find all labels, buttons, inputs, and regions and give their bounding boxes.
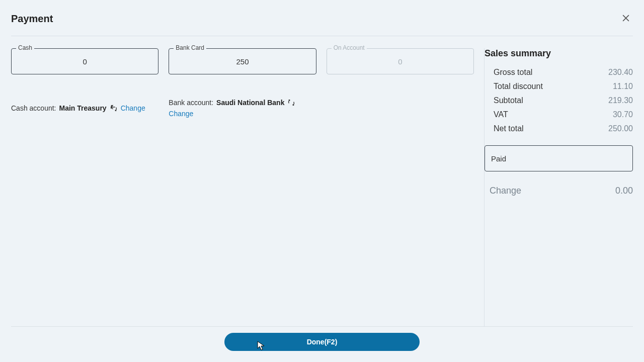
- vat-row: VAT 30.70: [494, 110, 633, 119]
- account-spacer: [327, 99, 474, 118]
- paid-box[interactable]: Paid: [485, 145, 633, 171]
- gross-total-row: Gross total 230.40: [494, 68, 633, 77]
- total-discount-row: Total discount 11.10: [494, 82, 633, 91]
- cash-account-change-link[interactable]: Change: [121, 104, 145, 112]
- bank-card-field-wrap: Bank Card: [169, 48, 316, 74]
- done-button[interactable]: Done(F2): [224, 333, 420, 351]
- total-discount-label: Total discount: [494, 82, 543, 91]
- bank-card-input[interactable]: [169, 48, 316, 74]
- gross-total-value: 230.40: [608, 68, 633, 77]
- total-discount-value: 11.10: [613, 82, 633, 91]
- change-label: Change: [490, 186, 521, 196]
- close-button[interactable]: [619, 11, 633, 27]
- bank-card-label: Bank Card: [174, 44, 206, 51]
- bank-account-name: Saudi National Bank: [216, 99, 284, 107]
- swap-icon: [287, 99, 295, 107]
- payment-left-column: Cash Bank Card On Account Cash account: …: [11, 48, 474, 326]
- vat-value: 30.70: [613, 110, 633, 119]
- sales-summary-panel: Sales summary Gross total 230.40 Total d…: [484, 48, 633, 326]
- cash-account-label: Cash account:: [11, 104, 56, 112]
- change-value: 0.00: [615, 186, 633, 196]
- net-total-row: Net total 250.00: [494, 124, 633, 133]
- subtotal-label: Subtotal: [494, 96, 523, 105]
- change-row: Change 0.00: [485, 186, 633, 196]
- paid-label: Paid: [491, 154, 506, 163]
- swap-icon: [110, 104, 118, 112]
- summary-rows: Gross total 230.40 Total discount 11.10 …: [485, 68, 633, 133]
- modal-footer: Done(F2): [11, 326, 633, 351]
- net-total-value: 250.00: [608, 124, 633, 133]
- bank-account-change-link[interactable]: Change: [169, 110, 193, 118]
- sales-summary-title: Sales summary: [485, 48, 633, 59]
- subtotal-row: Subtotal 219.30: [494, 96, 633, 105]
- close-icon: [621, 13, 631, 25]
- vat-label: VAT: [494, 110, 508, 119]
- accounts-row: Cash account: Main Treasury Change: [11, 99, 474, 118]
- cash-label: Cash: [16, 44, 34, 51]
- cash-account-cell: Cash account: Main Treasury Change: [11, 99, 158, 118]
- on-account-input: [327, 48, 474, 74]
- net-total-label: Net total: [494, 124, 524, 133]
- modal-body: Cash Bank Card On Account Cash account: …: [11, 36, 633, 326]
- bank-account-cell: Bank account: Saudi National Bank Change: [169, 99, 316, 118]
- cash-account-name: Main Treasury: [59, 104, 107, 112]
- gross-total-label: Gross total: [494, 68, 532, 77]
- subtotal-value: 219.30: [608, 96, 633, 105]
- cash-field-wrap: Cash: [11, 48, 158, 74]
- bank-account-label: Bank account:: [169, 99, 213, 107]
- payment-modal: Payment Cash Bank Card: [0, 0, 644, 362]
- payment-methods-row: Cash Bank Card On Account: [11, 48, 474, 74]
- on-account-label: On Account: [332, 44, 367, 51]
- modal-header: Payment: [11, 11, 633, 36]
- on-account-field-wrap: On Account: [327, 48, 474, 74]
- cash-input[interactable]: [11, 48, 158, 74]
- modal-title: Payment: [11, 13, 53, 25]
